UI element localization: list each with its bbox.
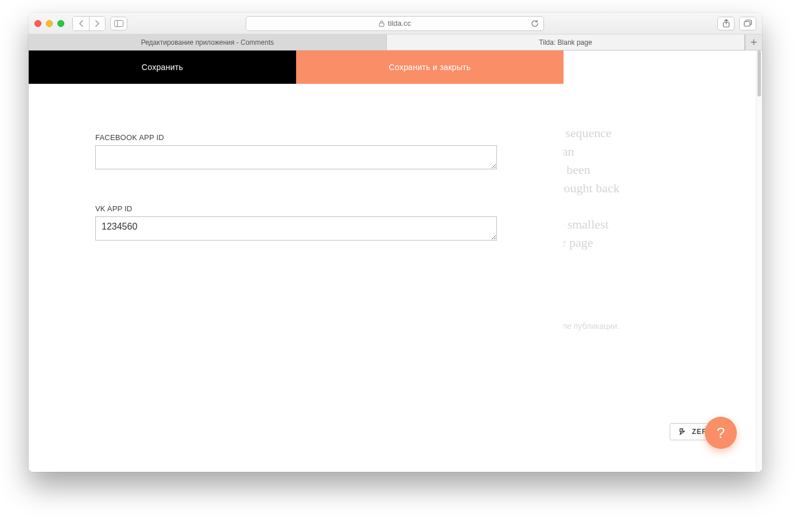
tab-label: Редактирование приложения - Comments xyxy=(141,38,274,46)
bolt-icon xyxy=(678,428,687,436)
scrollbar[interactable] xyxy=(756,51,762,472)
facebook-app-id-input[interactable] xyxy=(95,145,497,169)
minimize-window-button[interactable] xyxy=(46,20,53,27)
new-tab-button[interactable] xyxy=(745,34,762,50)
scrollbar-thumb[interactable] xyxy=(757,51,761,96)
titlebar: tilda.cc xyxy=(29,13,762,34)
svg-rect-2 xyxy=(379,23,384,26)
sidebar-icon xyxy=(114,20,123,27)
chevron-left-icon xyxy=(79,20,84,27)
vk-app-id-label: VK APP ID xyxy=(95,204,497,213)
panel-body: FACEBOOK APP ID VK APP ID xyxy=(29,84,564,472)
share-icon xyxy=(722,19,730,28)
facebook-app-id-label: FACEBOOK APP ID xyxy=(95,133,497,142)
show-tabs-button[interactable] xyxy=(739,17,756,30)
panel-header: Сохранить Сохранить и закрыть xyxy=(29,51,564,84)
lock-icon xyxy=(379,20,384,27)
plus-icon xyxy=(751,39,757,45)
sidebar-toggle-button[interactable] xyxy=(110,17,127,30)
chevron-right-icon xyxy=(95,20,100,27)
reload-icon xyxy=(531,20,539,28)
share-button[interactable] xyxy=(717,17,735,30)
url-host: tilda.cc xyxy=(388,19,411,28)
reload-button[interactable] xyxy=(531,20,539,28)
window-controls xyxy=(34,20,64,27)
address-bar[interactable]: tilda.cc xyxy=(246,16,544,31)
save-and-close-button[interactable]: Сохранить и закрыть xyxy=(296,51,564,84)
help-fab[interactable]: ? xyxy=(705,417,737,449)
svg-rect-5 xyxy=(744,22,750,26)
question-icon: ? xyxy=(717,424,725,442)
forward-button[interactable] xyxy=(89,17,105,30)
tab-1[interactable]: Tilda: Blank page xyxy=(387,34,745,50)
tab-label: Tilda: Blank page xyxy=(539,38,592,46)
svg-rect-0 xyxy=(115,20,123,26)
save-button[interactable]: Сохранить xyxy=(29,51,296,84)
tab-strip: Редактирование приложения - Comments Til… xyxy=(29,34,762,51)
nav-back-forward xyxy=(72,16,106,31)
field-vk-app-id: VK APP ID xyxy=(95,204,497,243)
vk-app-id-input[interactable] xyxy=(95,216,497,241)
tab-0[interactable]: Редактирование приложения - Comments xyxy=(29,34,387,50)
page-viewport: Book design is the art of incorporating … xyxy=(29,51,762,472)
back-button[interactable] xyxy=(73,17,89,30)
tabs-icon xyxy=(744,20,752,27)
settings-panel: Сохранить Сохранить и закрыть FACEBOOK A… xyxy=(29,51,564,472)
browser-window: tilda.cc Редактирование приложения - Com… xyxy=(29,13,762,472)
field-facebook-app-id: FACEBOOK APP ID xyxy=(95,133,497,172)
close-window-button[interactable] xyxy=(34,20,41,27)
zoom-window-button[interactable] xyxy=(57,20,64,27)
